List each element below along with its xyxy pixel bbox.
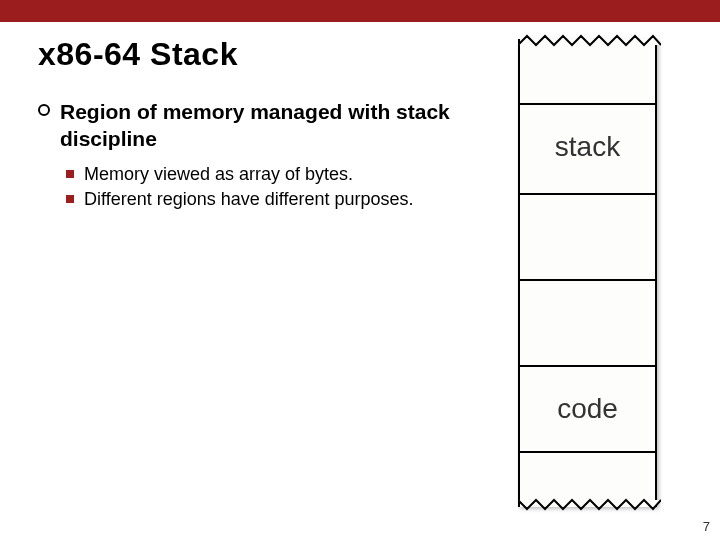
sub-bullet-text: Different regions have different purpose… xyxy=(84,188,414,211)
divider-line xyxy=(518,279,657,281)
text-column: Region of memory managed with stack disc… xyxy=(38,99,478,214)
divider-line xyxy=(518,451,657,453)
diagram-column: stack code xyxy=(498,99,658,214)
sub-bullet-text: Memory viewed as array of bytes. xyxy=(84,163,353,186)
torn-edge-top-icon xyxy=(518,33,661,49)
page-number: 7 xyxy=(703,519,710,534)
sub-bullet-list: Memory viewed as array of bytes. Differe… xyxy=(66,163,478,212)
body-row: Region of memory managed with stack disc… xyxy=(38,99,682,214)
square-bullet-icon xyxy=(66,195,74,203)
sub-bullet-item: Memory viewed as array of bytes. xyxy=(66,163,478,186)
memory-region-label: code xyxy=(518,393,657,425)
divider-line xyxy=(518,193,657,195)
memory-outline xyxy=(518,39,657,507)
memory-box: stack code xyxy=(518,39,658,509)
divider-line xyxy=(518,365,657,367)
memory-region-label: stack xyxy=(518,131,657,163)
bullet-item: Region of memory managed with stack disc… xyxy=(38,99,478,153)
square-bullet-icon xyxy=(66,170,74,178)
sub-bullet-item: Different regions have different purpose… xyxy=(66,188,478,211)
circle-bullet-icon xyxy=(38,104,50,116)
content-area: x86-64 Stack Region of memory managed wi… xyxy=(0,36,720,214)
memory-diagram: stack code xyxy=(518,39,658,509)
torn-edge-bottom-icon xyxy=(518,497,661,513)
divider-line xyxy=(518,103,657,105)
title-bar xyxy=(0,0,720,22)
bullet-text: Region of memory managed with stack disc… xyxy=(60,99,478,153)
slide: x86-64 Stack Region of memory managed wi… xyxy=(0,0,720,540)
